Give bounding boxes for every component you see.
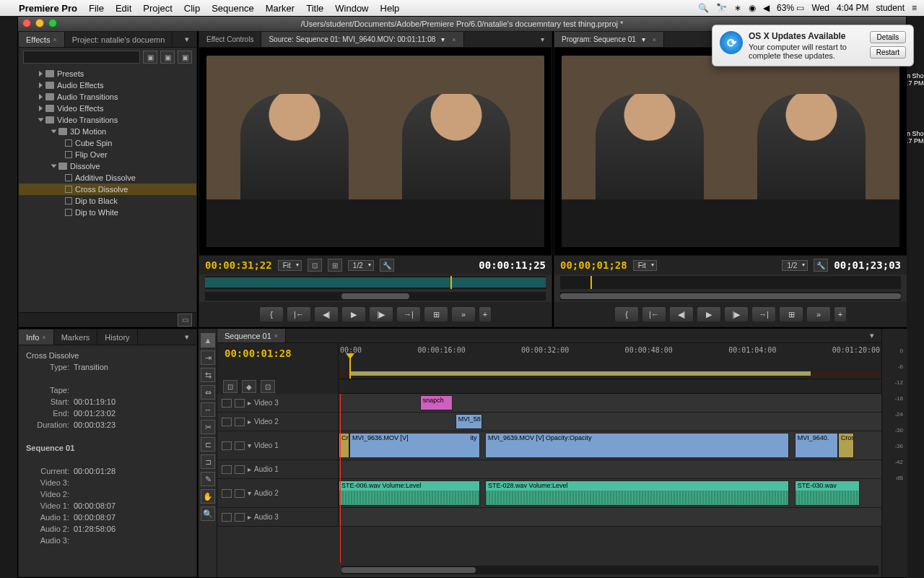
effects-folder[interactable]: Dissolve bbox=[19, 160, 196, 172]
lock-icon[interactable] bbox=[235, 465, 245, 474]
transport-button-1[interactable]: |← bbox=[642, 306, 666, 322]
clip-a2b[interactable]: STE-028.wav Volume:Level bbox=[485, 480, 789, 506]
tab-info[interactable]: Info× bbox=[19, 329, 54, 345]
marker-icon[interactable]: ◆ bbox=[242, 380, 256, 393]
button-editor-icon[interactable]: + bbox=[479, 306, 492, 322]
program-scrub-bar[interactable] bbox=[560, 276, 901, 289]
lock-icon[interactable] bbox=[235, 399, 245, 407]
user-menu[interactable]: student bbox=[876, 3, 905, 13]
transport-button-4[interactable]: |▶ bbox=[724, 306, 749, 322]
tab-history[interactable]: History bbox=[97, 329, 137, 345]
menu-marker[interactable]: Marker bbox=[266, 3, 295, 14]
volume-icon[interactable]: ◀ bbox=[763, 3, 770, 13]
effects-item[interactable]: Cube Spin bbox=[19, 137, 196, 149]
source-out-timecode[interactable]: 00:00:11;25 bbox=[479, 259, 546, 271]
transport-button-0[interactable]: { bbox=[614, 306, 639, 322]
menu-title[interactable]: Title bbox=[306, 3, 323, 14]
binoculars-icon[interactable]: 🔭 bbox=[716, 3, 727, 13]
clip-a2a[interactable]: STE-006.wav Volume:Level bbox=[339, 480, 480, 506]
transport-button-2[interactable]: ◀| bbox=[314, 306, 339, 322]
track-header-v1[interactable]: ▾ Video 1 bbox=[217, 431, 339, 460]
transport-button-0[interactable]: { bbox=[259, 306, 284, 322]
fx-filter-yuv-icon[interactable]: ▣ bbox=[178, 51, 192, 64]
menu-sequence[interactable]: Sequence bbox=[212, 3, 254, 14]
timeline-tracks[interactable]: ▸ Video 3 snapch ▸ Video 2 MVI_58 ▾ Vide… bbox=[217, 394, 881, 563]
effects-folder[interactable]: Presets bbox=[19, 68, 196, 79]
transport-button-5[interactable]: →| bbox=[396, 306, 421, 322]
effects-tree[interactable]: PresetsAudio EffectsAudio TransitionsVid… bbox=[19, 66, 196, 312]
slip-tool[interactable]: ⊏ bbox=[201, 437, 215, 452]
pen-tool[interactable]: ✎ bbox=[201, 472, 215, 486]
source-viewer[interactable] bbox=[199, 48, 552, 255]
fx-filter-32-icon[interactable]: ▣ bbox=[160, 51, 175, 64]
tab-sequence[interactable]: Sequence 01× bbox=[217, 329, 286, 342]
source-fit-dropdown[interactable]: Fit bbox=[278, 260, 302, 271]
eye-icon[interactable] bbox=[222, 399, 232, 407]
settings-icon[interactable]: 🔧 bbox=[814, 259, 828, 272]
panel-menu-icon[interactable]: ▾ bbox=[533, 32, 552, 47]
speaker-icon[interactable] bbox=[222, 489, 232, 498]
clip-v1a[interactable]: MVI_9636.MOV [V] ity bbox=[349, 433, 479, 458]
effects-folder[interactable]: Video Transitions bbox=[19, 114, 196, 126]
transport-button-7[interactable]: » bbox=[806, 306, 831, 322]
transport-button-1[interactable]: |← bbox=[287, 306, 311, 322]
transport-button-3[interactable]: ▶ bbox=[697, 306, 721, 322]
menu-file[interactable]: File bbox=[89, 3, 104, 14]
minimize-window-button[interactable] bbox=[35, 19, 44, 27]
fx-filter-accel-icon[interactable]: ▣ bbox=[143, 51, 157, 64]
effects-item[interactable]: Dip to Black bbox=[19, 195, 196, 207]
tab-source[interactable]: Source: Sequence 01: MVI_9640.MOV: 00:01… bbox=[261, 32, 463, 47]
track-header-v3[interactable]: ▸ Video 3 bbox=[217, 394, 339, 412]
program-zoom-scroll[interactable] bbox=[560, 292, 901, 301]
effects-item[interactable]: Cross Dissolve bbox=[19, 184, 196, 195]
rate-stretch-tool[interactable]: ↔ bbox=[201, 402, 215, 417]
menu-project[interactable]: Project bbox=[143, 3, 172, 14]
source-scrub-bar[interactable] bbox=[205, 276, 546, 289]
lock-icon[interactable] bbox=[235, 441, 245, 450]
battery-status[interactable]: 63% ▭ bbox=[777, 3, 804, 13]
program-fit-dropdown[interactable]: Fit bbox=[633, 260, 657, 271]
source-zoom-scroll[interactable] bbox=[205, 292, 546, 301]
transport-button-2[interactable]: ◀| bbox=[669, 306, 694, 322]
close-icon[interactable]: × bbox=[653, 36, 656, 43]
new-bin-icon[interactable]: ▭ bbox=[178, 314, 192, 327]
track-header-a2[interactable]: ▾ Audio 2 bbox=[217, 479, 339, 507]
track-select-tool[interactable]: ⇥ bbox=[201, 350, 215, 365]
eye-icon[interactable] bbox=[222, 441, 232, 450]
close-window-button[interactable] bbox=[22, 19, 31, 27]
transport-button-4[interactable]: |▶ bbox=[369, 306, 393, 322]
clip-transition-out[interactable]: Cross bbox=[838, 433, 855, 458]
zoom-window-button[interactable] bbox=[48, 19, 57, 27]
transport-button-3[interactable]: ▶ bbox=[341, 306, 366, 322]
tab-effect-controls[interactable]: Effect Controls bbox=[199, 32, 261, 47]
restart-button[interactable]: Restart bbox=[870, 46, 906, 59]
source-in-timecode[interactable]: 00:00:31;22 bbox=[205, 259, 272, 271]
timeline-ruler[interactable]: 00:0000:00:16:0000:00:32:0000:00:48:0000… bbox=[339, 343, 881, 379]
transport-button-5[interactable]: →| bbox=[751, 306, 776, 322]
close-icon[interactable]: × bbox=[274, 332, 278, 340]
selection-tool[interactable]: ▲ bbox=[201, 333, 215, 348]
panel-menu-icon[interactable]: ▾ bbox=[863, 329, 881, 342]
program-in-timecode[interactable]: 00;00;01;28 bbox=[560, 259, 627, 271]
panel-menu-icon[interactable]: ▾ bbox=[178, 329, 196, 345]
track-header-v2[interactable]: ▸ Video 2 bbox=[217, 413, 339, 431]
track-header-a1[interactable]: ▸ Audio 1 bbox=[217, 460, 339, 478]
speaker-icon[interactable] bbox=[222, 465, 232, 474]
notification-center-icon[interactable]: ≡ bbox=[912, 3, 917, 13]
menu-window[interactable]: Window bbox=[335, 3, 368, 14]
slide-tool[interactable]: ⊐ bbox=[201, 454, 215, 469]
effects-folder[interactable]: Audio Effects bbox=[19, 79, 196, 91]
close-icon[interactable]: × bbox=[452, 36, 456, 43]
clip-v1c[interactable]: MVI_9640. bbox=[795, 433, 838, 458]
clip-a2c[interactable]: STE-030.wav bbox=[795, 480, 860, 506]
tab-effects[interactable]: Effects× bbox=[19, 32, 65, 47]
source-res-icon[interactable]: ⊡ bbox=[308, 259, 322, 272]
transport-button-7[interactable]: » bbox=[451, 306, 476, 322]
menu-edit[interactable]: Edit bbox=[116, 3, 131, 14]
tab-project[interactable]: Project: natalie's docuemn bbox=[65, 32, 173, 47]
spotlight-icon[interactable]: 🔍 bbox=[698, 3, 709, 13]
hand-tool[interactable]: ✋ bbox=[201, 489, 215, 504]
speaker-icon[interactable] bbox=[222, 513, 232, 522]
effects-item[interactable]: Dip to White bbox=[19, 207, 196, 218]
panel-menu-icon[interactable]: ▾ bbox=[178, 32, 196, 47]
